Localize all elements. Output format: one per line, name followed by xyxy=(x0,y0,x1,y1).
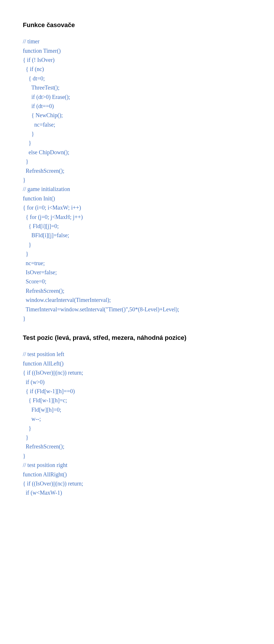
code-block-2: // test position left function AllLeft()… xyxy=(23,350,251,497)
code-block-1: // timer function Timer() { if (! IsOver… xyxy=(23,37,251,323)
section-heading-1: Funkce časovače xyxy=(23,20,251,30)
section-heading-2: Test pozic (levá, pravá, střed, mezera, … xyxy=(23,333,251,343)
